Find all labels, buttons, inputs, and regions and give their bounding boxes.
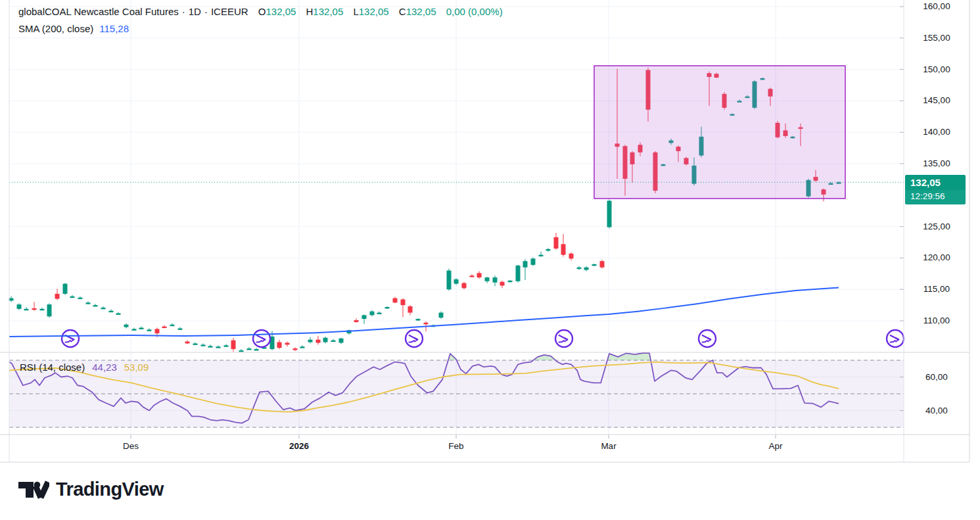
- high-value: 132,05: [313, 6, 343, 17]
- candle-up: [116, 314, 121, 315]
- candle-up: [370, 312, 375, 316]
- candle-down: [500, 282, 505, 286]
- highlight-box-annotation[interactable]: [594, 66, 845, 199]
- candle-down: [185, 342, 190, 344]
- candle-up: [93, 305, 98, 306]
- candle-down: [393, 298, 398, 303]
- candle-up: [24, 309, 29, 310]
- candle-up: [9, 298, 14, 301]
- last-price-badge: 132,05 12:29:56: [905, 175, 966, 204]
- rsi-label: RSI (14, close): [20, 362, 85, 373]
- contract-rollover-icon[interactable]: [62, 330, 79, 347]
- candle-down: [470, 275, 475, 277]
- candle-down: [277, 343, 282, 348]
- time-axis-label: Des: [105, 441, 157, 451]
- separator-dot: ·: [182, 6, 185, 17]
- separator-dot: ·: [204, 6, 208, 17]
- change-value: 0,00: [446, 6, 465, 17]
- price-axis-label: 160,00: [904, 1, 969, 11]
- candle-up: [170, 325, 175, 326]
- candle-down: [231, 341, 236, 349]
- symbol-title: globalCOAL Newcastle Coal Futures: [18, 6, 179, 17]
- close-value: 132,05: [406, 6, 436, 17]
- candle-up: [70, 296, 75, 298]
- price-axis-label: 140,00: [904, 127, 969, 137]
- candle-up: [577, 268, 582, 269]
- candle-up: [17, 304, 22, 309]
- candle-down: [316, 340, 321, 343]
- candle-down: [155, 329, 160, 333]
- candle-up: [300, 346, 305, 348]
- time-axis-label: Feb: [430, 441, 482, 451]
- candle-up: [47, 304, 52, 316]
- high-label: H: [306, 6, 314, 17]
- candle-up: [454, 279, 459, 284]
- candle-up: [531, 258, 536, 265]
- sma-value: 115,28: [99, 23, 129, 34]
- sma-legend[interactable]: SMA (200, close)115,28: [18, 23, 129, 34]
- price-axis-label: 120,00: [904, 252, 969, 262]
- time-axis-label: 2026: [273, 441, 325, 451]
- tradingview-logo-icon: [18, 476, 49, 502]
- candle-up: [523, 261, 528, 268]
- candle-up: [508, 281, 513, 282]
- contract-rollover-icon[interactable]: [699, 330, 716, 347]
- candle-up: [124, 325, 129, 327]
- candle-up: [584, 268, 589, 270]
- candle-up: [592, 264, 597, 266]
- rsi-value: 44,23: [92, 362, 117, 373]
- tradingview-chart-app: globalCOAL Newcastle Coal Futures·1D·ICE…: [0, 0, 980, 520]
- candle-down: [285, 343, 290, 344]
- price-axis-label: 125,00: [904, 222, 969, 231]
- candle-up: [239, 350, 244, 352]
- candle-up: [485, 277, 490, 281]
- candle-up: [40, 309, 45, 310]
- candle-down: [401, 299, 406, 305]
- candle-up: [546, 249, 551, 250]
- candle-down: [162, 327, 167, 328]
- candle-up: [201, 344, 206, 346]
- candle-down: [354, 320, 359, 322]
- close-label: C: [399, 6, 406, 17]
- price-axis-label: 145,00: [904, 95, 969, 105]
- rsi-ma-value: 53,09: [124, 362, 149, 373]
- candle-up: [208, 346, 213, 347]
- candle-up: [86, 302, 91, 304]
- candle-up: [308, 340, 313, 343]
- candle-down: [561, 244, 566, 254]
- candle-up: [362, 315, 367, 319]
- sma-label: SMA (200, close): [18, 23, 93, 34]
- last-price-value: 132,05: [905, 175, 966, 190]
- contract-rollover-icon[interactable]: [555, 330, 572, 347]
- candle-up: [323, 338, 328, 343]
- open-value: 132,05: [266, 6, 296, 17]
- rsi-axis-label: 60,00: [904, 372, 969, 382]
- candle-up: [247, 348, 252, 350]
- candle-up: [224, 345, 229, 346]
- candle-up: [139, 328, 144, 329]
- exchange-label: ICEEUR: [211, 6, 248, 17]
- candle-down: [424, 323, 429, 324]
- candle-down: [32, 308, 37, 310]
- price-axis-label: 135,00: [904, 158, 969, 168]
- time-axis-label: Mar: [582, 441, 635, 451]
- candle-up: [101, 308, 106, 309]
- candle-down: [408, 306, 413, 313]
- candle-up: [539, 255, 544, 256]
- price-axis-label: 115,00: [904, 284, 969, 294]
- contract-rollover-icon[interactable]: [406, 330, 423, 347]
- candle-up: [439, 313, 444, 318]
- contract-rollover-icon[interactable]: [887, 330, 904, 347]
- rsi-legend[interactable]: RSI (14, close)44,2353,09: [20, 362, 149, 373]
- contract-rollover-icon[interactable]: [253, 330, 270, 347]
- symbol-header[interactable]: globalCOAL Newcastle Coal Futures·1D·ICE…: [18, 6, 503, 17]
- tradingview-wordmark: TradingView: [56, 479, 164, 500]
- candle-down: [55, 294, 60, 299]
- candle-up: [193, 343, 198, 344]
- candle-up: [78, 298, 83, 299]
- rsi-axis-label: 40,00: [904, 406, 969, 415]
- candle-up: [109, 311, 114, 312]
- candle-up: [493, 277, 498, 283]
- price-axis-label: 155,00: [904, 33, 969, 43]
- candle-up: [516, 266, 521, 281]
